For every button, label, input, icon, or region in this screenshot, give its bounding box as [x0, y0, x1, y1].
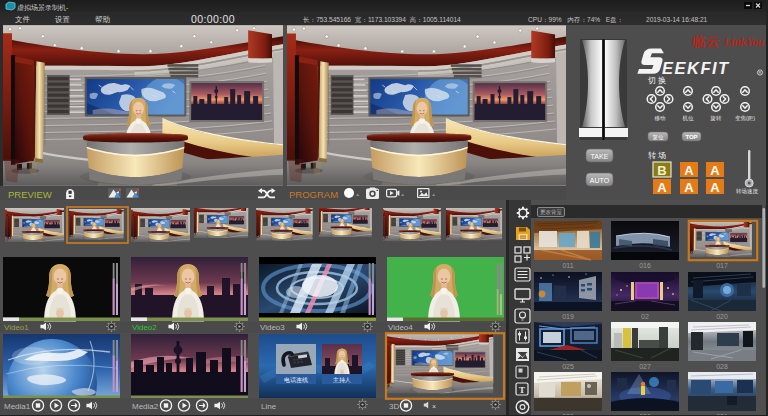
svg-text:变焦(距): 变焦(距): [735, 115, 755, 122]
svg-text:转场速度: 转场速度: [736, 188, 759, 195]
svg-text:EEKFIT: EEKFIT: [662, 59, 730, 77]
svg-text:Video4: Video4: [388, 323, 413, 332]
svg-text:AUTO: AUTO: [590, 177, 610, 184]
svg-text:A: A: [657, 180, 667, 195]
svg-text:切换: 切换: [647, 76, 668, 85]
svg-text:移动: 移动: [655, 115, 667, 122]
svg-text:019: 019: [562, 313, 574, 320]
svg-text:025: 025: [562, 363, 574, 370]
svg-text:机位: 机位: [683, 115, 695, 122]
svg-text:B: B: [657, 163, 666, 178]
svg-text:T: T: [519, 385, 525, 395]
svg-text:017: 017: [716, 262, 728, 269]
svg-text:02: 02: [641, 313, 649, 320]
svg-text:电话连线: 电话连线: [284, 377, 308, 384]
svg-text:TAKE: TAKE: [591, 153, 609, 160]
svg-text:Media2: Media2: [132, 402, 159, 411]
svg-text:016: 016: [639, 262, 651, 269]
svg-text:A: A: [710, 163, 720, 178]
svg-text:主持人: 主持人: [333, 376, 351, 384]
svg-text:A: A: [710, 180, 720, 195]
svg-text:020: 020: [716, 313, 728, 320]
svg-text:027: 027: [639, 363, 651, 370]
svg-text:Video2: Video2: [132, 323, 157, 332]
svg-text:A: A: [684, 163, 694, 178]
svg-text:Line: Line: [261, 402, 277, 411]
svg-text:A: A: [684, 180, 694, 195]
svg-text:011: 011: [562, 262, 573, 269]
svg-text:×: ×: [432, 403, 436, 410]
svg-text:Media1: Media1: [4, 402, 31, 411]
svg-text:Video1: Video1: [4, 323, 29, 332]
svg-text:R: R: [759, 70, 762, 75]
svg-text:3D: 3D: [389, 402, 399, 411]
svg-text:028: 028: [716, 363, 728, 370]
svg-text:LinkYou: LinkYou: [723, 36, 765, 48]
svg-text:TOP: TOP: [685, 134, 697, 140]
svg-text:临云: 临云: [691, 34, 721, 49]
svg-text:Video3: Video3: [260, 323, 285, 332]
svg-text:复位: 复位: [653, 134, 665, 141]
svg-text:转场: 转场: [648, 151, 668, 160]
svg-text:旋转: 旋转: [710, 115, 723, 122]
